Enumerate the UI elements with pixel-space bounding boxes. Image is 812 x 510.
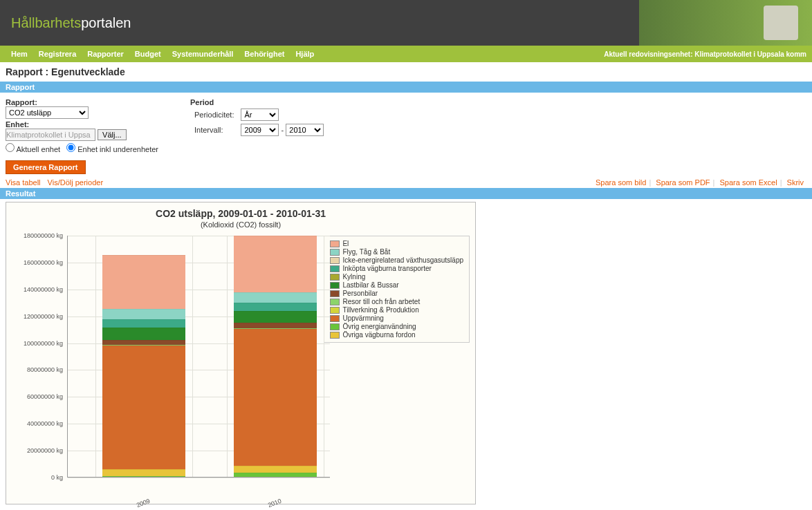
legend-item: Uppvärmning: [330, 314, 463, 322]
legend-label: Övrig energianvändning: [342, 323, 416, 330]
radio-enhet-inkl[interactable]: [66, 143, 75, 152]
bar-segment: [102, 328, 185, 340]
chart-legend: ElFlyg, Tåg & BåtIcke-energirelaterad vä…: [324, 236, 470, 343]
legend-swatch: [330, 265, 340, 272]
rapport-select[interactable]: CO2 utsläpp: [6, 106, 89, 119]
legend-swatch: [330, 290, 340, 297]
legend-item: Resor till och från arbetet: [330, 298, 463, 305]
y-tick-label: 140000000 kg: [24, 286, 63, 293]
bar-segment: [102, 346, 185, 469]
legend-label: El: [342, 240, 349, 247]
legend-label: Tillverkning & Produktion: [342, 306, 418, 314]
periodicitet-select[interactable]: År: [241, 108, 279, 121]
legend-item: Flyg, Tåg & Båt: [330, 248, 463, 256]
y-tick-label: 160000000 kg: [24, 259, 63, 266]
plot-area: 0 kg20000000 kg40000000 kg60000000 kg800…: [12, 236, 317, 498]
nav-hjälp[interactable]: Hjälp: [290, 50, 320, 58]
x-tick-label: 2010: [267, 498, 282, 507]
legend-label: Kylning: [342, 273, 365, 281]
valj-button[interactable]: Välj...: [98, 129, 127, 140]
skriv-link[interactable]: Skriv: [787, 178, 804, 187]
y-tick-label: 120000000 kg: [24, 313, 63, 320]
logo: Hållbarhetsportalen: [11, 15, 131, 31]
legend-item: Övrig energianvändning: [330, 323, 463, 330]
bar-segment: [102, 255, 185, 309]
y-tick-label: 0 kg: [51, 474, 63, 481]
legend-swatch: [330, 240, 340, 247]
bar-segment: [102, 340, 185, 346]
legend-label: Övriga vägburna fordon: [342, 331, 415, 339]
logo-part2: portalen: [81, 15, 131, 30]
bar-segment: [234, 303, 317, 311]
intervall-label: Intervall:: [192, 123, 237, 137]
legend-swatch: [330, 315, 340, 322]
y-tick-label: 40000000 kg: [27, 420, 63, 427]
bar-segment: [234, 329, 317, 466]
bar-segment: [234, 236, 317, 292]
report-form: Rapport: CO2 utsläpp Enhet: Välj... Aktu…: [0, 93, 812, 158]
action-links-row: Visa tabell Vis/Dölj perioder Spara som …: [0, 177, 812, 188]
legend-swatch: [330, 307, 340, 314]
generate-report-button[interactable]: Generera Rapport: [6, 160, 86, 174]
legend-item: Icke-energirelaterad växthusgasutsläpp: [330, 256, 463, 264]
chart-container: CO2 utsläpp, 2009-01-01 - 2010-01-31 (Ko…: [6, 202, 476, 504]
nav-behörighet[interactable]: Behörighet: [239, 50, 290, 58]
logo-part1: Hållbarhets: [11, 15, 81, 30]
x-tick-label: 2009: [136, 498, 151, 507]
bar-segment: [234, 466, 317, 473]
legend-item: Övriga vägburna fordon: [330, 331, 463, 339]
legend-item: El: [330, 240, 463, 247]
intervall-from-select[interactable]: 2009: [241, 124, 279, 136]
legend-item: Personbilar: [330, 290, 463, 297]
legend-swatch: [330, 323, 340, 330]
nav-hem[interactable]: Hem: [6, 50, 33, 58]
visa-tabell-link[interactable]: Visa tabell: [6, 178, 41, 187]
nav-rapporter[interactable]: Rapporter: [82, 50, 129, 58]
periodicitet-label: Periodicitet:: [192, 108, 237, 122]
section-report: Rapport: [0, 82, 812, 93]
y-tick-label: 100000000 kg: [24, 340, 63, 347]
vis-dolj-perioder-link[interactable]: Vis/Dölj perioder: [48, 178, 104, 187]
page-title: Rapport : Egenutvecklade: [0, 62, 812, 82]
intervall-to-select[interactable]: 2010: [286, 124, 324, 136]
chart-title: CO2 utsläpp, 2009-01-01 - 2010-01-31: [12, 208, 470, 219]
legend-label: Flyg, Tåg & Båt: [342, 248, 390, 256]
legend-item: Inköpta vägburna transporter: [330, 265, 463, 272]
radio-aktuell-label: Aktuell enhet: [16, 145, 60, 153]
bar-segment: [234, 292, 317, 303]
radio-aktuell-enhet[interactable]: [6, 143, 15, 152]
legend-swatch: [330, 257, 340, 264]
legend-label: Resor till och från arbetet: [342, 298, 420, 305]
header-decorative-image: [639, 0, 812, 46]
y-tick-label: 180000000 kg: [24, 232, 63, 239]
legend-swatch: [330, 299, 340, 305]
legend-item: Tillverkning & Produktion: [330, 306, 463, 314]
y-tick-label: 20000000 kg: [27, 447, 63, 454]
legend-label: Uppvärmning: [342, 314, 383, 322]
legend-swatch: [330, 332, 340, 339]
legend-swatch: [330, 274, 340, 281]
spara-pdf-link[interactable]: Spara som PDF: [656, 178, 710, 187]
y-tick-label: 60000000 kg: [27, 393, 63, 400]
bar-segment: [234, 473, 317, 477]
app-header: Hållbarhetsportalen: [0, 0, 812, 46]
radio-inkl-label: Enhet inkl underenheter: [77, 145, 158, 153]
spara-excel-link[interactable]: Spara som Excel: [719, 178, 777, 187]
bar-segment: [234, 323, 317, 328]
rapport-label: Rapport:: [6, 98, 163, 106]
legend-label: Lastbilar & Bussar: [342, 281, 398, 289]
bar-segment: [102, 319, 185, 328]
nav-registrera[interactable]: Registrera: [33, 50, 82, 58]
bar-segment: [102, 476, 185, 477]
nav-budget[interactable]: Budget: [129, 50, 167, 58]
y-tick-label: 80000000 kg: [27, 366, 63, 373]
bar-segment: [234, 311, 317, 323]
bar-segment: [102, 469, 185, 476]
chart-subtitle: (Koldioxid (CO2) fossilt): [12, 220, 470, 229]
bar-2009: [102, 255, 185, 477]
nav-systemunderhåll[interactable]: Systemunderhåll: [167, 50, 239, 58]
legend-swatch: [330, 282, 340, 289]
spara-bild-link[interactable]: Spara som bild: [596, 178, 646, 187]
enhet-input[interactable]: [6, 129, 95, 141]
legend-swatch: [330, 249, 340, 256]
